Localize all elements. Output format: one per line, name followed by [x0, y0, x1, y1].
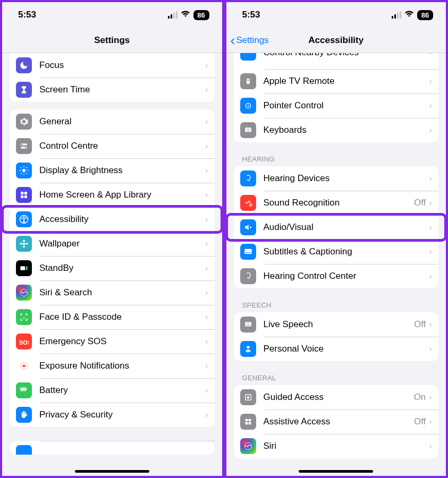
- chevron-right-icon: ›: [429, 173, 432, 184]
- chevron-right-icon: ›: [429, 416, 432, 427]
- row-detail: Off: [414, 416, 426, 427]
- row-emergency-sos[interactable]: SOSEmergency SOS›: [10, 329, 215, 354]
- svg-point-19: [23, 243, 26, 245]
- svg-point-23: [26, 243, 28, 245]
- control-centre-icon: [16, 138, 32, 154]
- row-siri[interactable]: Siri›: [234, 434, 439, 458]
- svg-rect-35: [27, 389, 27, 390]
- row-personal-voice[interactable]: Personal Voice›: [234, 337, 439, 361]
- chevron-right-icon: ›: [205, 60, 208, 71]
- phone-accessibility: 5:53 86 ‹ Settings Accessibility Control…: [224, 0, 449, 478]
- status-time: 5:53: [242, 10, 260, 20]
- row-label: Sound Recognition: [264, 198, 414, 208]
- row-label: Keyboards: [264, 125, 429, 135]
- row-home-screen[interactable]: Home Screen & App Library›: [10, 183, 215, 207]
- status-right: 86: [392, 10, 433, 20]
- svg-rect-13: [21, 192, 23, 194]
- chevron-right-icon: ›: [205, 336, 208, 347]
- row-control-centre[interactable]: Control Centre›: [10, 134, 215, 158]
- svg-point-30: [23, 365, 26, 368]
- svg-rect-40: [245, 127, 251, 132]
- status-time: 5:53: [18, 10, 36, 20]
- row-audio-visual[interactable]: Audio/Visual›: [234, 215, 439, 240]
- row-control-nearby[interactable]: Control Nearby Devices›: [234, 53, 439, 69]
- svg-rect-16: [24, 195, 27, 198]
- face-id-icon: [16, 309, 32, 325]
- row-label: Accessibility: [39, 214, 205, 225]
- row-label: Display & Brightness: [39, 165, 205, 176]
- row-accessibility[interactable]: Accessibility›: [10, 207, 215, 232]
- svg-point-28: [25, 316, 26, 317]
- svg-point-21: [23, 245, 26, 248]
- row-label: Control Nearby Devices: [264, 53, 429, 58]
- home-indicator[interactable]: [299, 470, 373, 473]
- svg-rect-54: [248, 323, 249, 323]
- row-siri-search[interactable]: Siri & Search›: [10, 280, 215, 305]
- row-label: StandBy: [39, 263, 205, 274]
- row-privacy-security[interactable]: Privacy & Security›: [10, 403, 215, 427]
- row-wallpaper[interactable]: Wallpaper›: [10, 232, 215, 256]
- row-label: Assistive Access: [264, 416, 414, 427]
- live-speech-icon: [240, 317, 256, 332]
- signal-icon: [168, 11, 177, 19]
- row-hearing-devices[interactable]: Hearing Devices›: [234, 166, 439, 191]
- svg-point-2: [21, 144, 23, 146]
- chevron-right-icon: ›: [205, 409, 208, 420]
- svg-rect-53: [247, 323, 248, 323]
- hearing-control-icon: [240, 268, 256, 284]
- row-pointer-control[interactable]: Pointer Control›: [234, 93, 439, 118]
- svg-rect-25: [26, 266, 28, 270]
- exposure-icon: [16, 358, 32, 374]
- row-keyboards[interactable]: Keyboards›: [234, 118, 439, 142]
- row-app-store[interactable]: [10, 441, 215, 455]
- chevron-right-icon: ›: [429, 53, 432, 58]
- sound-recognition-icon: [240, 195, 256, 211]
- chevron-right-icon: ›: [205, 214, 208, 225]
- row-detail: Off: [414, 319, 426, 330]
- svg-rect-41: [246, 129, 246, 129]
- row-label: Subtitles & Captioning: [264, 246, 429, 257]
- chevron-right-icon: ›: [429, 344, 432, 354]
- row-hearing-control[interactable]: Hearing Control Center›: [234, 264, 439, 288]
- keyboards-icon: [240, 122, 256, 138]
- svg-point-22: [20, 243, 23, 245]
- row-focus[interactable]: Focus›: [10, 53, 215, 78]
- row-sound-recognition[interactable]: Sound RecognitionOff›: [234, 191, 439, 215]
- row-battery[interactable]: Battery›: [10, 378, 215, 403]
- row-assistive-access[interactable]: Assistive AccessOff›: [234, 409, 439, 434]
- row-exposure[interactable]: Exposure Notifications›: [10, 354, 215, 378]
- svg-rect-55: [249, 323, 250, 323]
- row-live-speech[interactable]: Live SpeechOff›: [234, 312, 439, 337]
- home-indicator[interactable]: [75, 470, 149, 473]
- row-screen-time[interactable]: Screen Time›: [10, 78, 215, 102]
- accessibility-list[interactable]: Control Nearby Devices›Apple TV Remote›P…: [226, 53, 446, 476]
- row-label: General: [39, 116, 205, 127]
- row-apple-tv-remote[interactable]: Apple TV Remote›: [234, 69, 439, 93]
- row-general[interactable]: General›: [10, 109, 215, 134]
- row-detail: On: [414, 392, 426, 403]
- row-face-id[interactable]: Face ID & Passcode›: [10, 305, 215, 329]
- nav-bar: ‹ Settings Accessibility: [226, 28, 446, 53]
- chevron-right-icon: ›: [205, 141, 208, 151]
- settings-list[interactable]: Focus›Screen Time›General›Control Centre…: [2, 53, 222, 476]
- row-subtitles[interactable]: Subtitles & Captioning›: [234, 240, 439, 264]
- row-label: Screen Time: [39, 84, 205, 95]
- chevron-right-icon: ›: [205, 287, 208, 298]
- chevron-right-icon: ›: [205, 84, 208, 95]
- row-standby[interactable]: StandBy›: [10, 256, 215, 280]
- svg-rect-48: [244, 249, 251, 254]
- subtitles-icon: [240, 244, 256, 260]
- battery-icon: [16, 382, 32, 398]
- chevron-right-icon: ›: [429, 198, 432, 208]
- focus-icon: [16, 57, 32, 73]
- svg-rect-14: [24, 192, 27, 194]
- row-display-brightness[interactable]: Display & Brightness›: [10, 158, 215, 183]
- svg-rect-44: [249, 129, 250, 129]
- row-label: Emergency SOS: [39, 336, 205, 347]
- section-header: SPEECH: [242, 301, 430, 309]
- chevron-right-icon: ›: [429, 441, 432, 451]
- back-button[interactable]: ‹ Settings: [231, 33, 269, 47]
- signal-icon: [392, 11, 401, 19]
- row-guided-access[interactable]: Guided AccessOn›: [234, 385, 439, 409]
- svg-rect-45: [247, 131, 250, 131]
